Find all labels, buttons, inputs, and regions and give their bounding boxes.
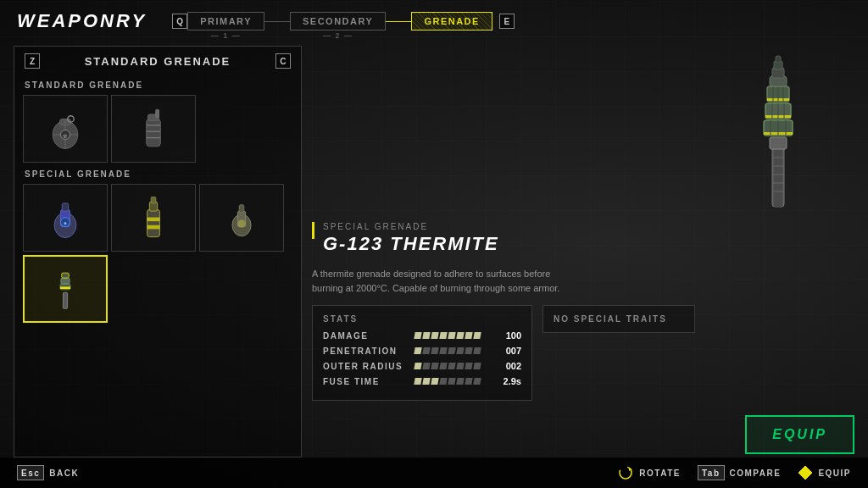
list-item[interactable]: ● — [23, 184, 108, 252]
footer-rotate-label: ROTATE — [639, 469, 681, 478]
equip-button[interactable]: EQUIP — [745, 415, 854, 454]
list-item[interactable] — [199, 184, 284, 252]
svg-rect-30 — [62, 273, 70, 278]
stat-bar-damage — [415, 332, 481, 339]
stat-pip — [465, 332, 472, 339]
tab-primary[interactable]: PRIMARY — 1 — — [187, 12, 264, 30]
svg-rect-33 — [774, 147, 782, 207]
list-item[interactable] — [111, 184, 196, 252]
accent-line — [312, 222, 314, 239]
stat-pip — [431, 332, 438, 339]
svg-rect-17 — [62, 203, 68, 211]
stat-pip — [465, 378, 472, 385]
left-panel: Z STANDARD GRENADE C STANDARD GRENADE — [14, 46, 302, 458]
nav-tabs: Q PRIMARY — 1 — SECONDARY — 2 — GRENADE — [172, 12, 851, 30]
key-esc: Esc — [17, 465, 44, 480]
svg-text:●: ● — [64, 219, 67, 227]
footer-back-label: BACK — [49, 469, 79, 478]
stat-pip — [439, 332, 447, 339]
header: WEAPONRY Q PRIMARY — 1 — SECONDARY — 2 — — [0, 0, 868, 39]
stat-row-fuse-time: FUSE TIME — [323, 376, 521, 386]
stat-pip — [414, 378, 421, 385]
standard-grenade-grid: ☢ — [21, 93, 294, 164]
stat-value-damage: 100 — [487, 330, 521, 341]
thermite-3d-icon — [740, 46, 816, 215]
stat-pip — [473, 332, 481, 339]
grenade-icon-thermite-small — [44, 263, 86, 314]
grenade-icon-1: ☢ — [44, 103, 86, 154]
svg-rect-7 — [147, 119, 161, 146]
item-preview — [312, 46, 854, 215]
svg-rect-25 — [239, 205, 244, 213]
stat-name-penetration: PENETRATION — [323, 347, 408, 356]
grenade-icon-2 — [132, 103, 175, 154]
svg-rect-27 — [63, 292, 67, 308]
footer: Esc BACK ROTATE Tab COMPARE EQUIP — [0, 458, 868, 488]
list-item[interactable]: ☢ — [23, 95, 108, 163]
tab-grenade[interactable]: GRENADE — 3 — — [411, 12, 492, 30]
stat-pip — [439, 363, 447, 369]
special-grenade-grid: ● — [21, 182, 294, 324]
svg-rect-31 — [60, 286, 70, 289]
stat-pip — [422, 378, 430, 385]
stat-pip — [422, 363, 430, 369]
stat-pip — [456, 378, 464, 385]
list-item[interactable] — [23, 255, 108, 323]
stat-pip — [456, 347, 464, 354]
tab-secondary[interactable]: SECONDARY — 2 — — [290, 12, 386, 30]
stat-name-damage: DAMAGE — [323, 331, 408, 341]
stat-value-fuse-time: 2.9s — [487, 376, 521, 386]
key-e: E — [499, 14, 515, 29]
stat-pip — [465, 347, 472, 354]
equip-icon — [798, 465, 813, 480]
tab-connector-2 — [386, 21, 411, 22]
item-description: A thermite grenade designed to adhere to… — [312, 267, 566, 295]
key-c: C — [275, 53, 291, 69]
svg-rect-39 — [770, 137, 787, 149]
stat-pip — [414, 363, 421, 369]
equip-button-container: EQUIP — [312, 408, 854, 458]
stat-row-damage: DAMAGE — [323, 330, 521, 341]
item-info: SPECIAL GRENADE G-123 THERMITE — [323, 222, 499, 262]
svg-rect-9 — [156, 109, 159, 117]
stat-row-outer-radius: OUTER RADIUS — [323, 361, 521, 371]
key-tab: Tab — [698, 465, 725, 480]
stat-pip — [465, 363, 472, 369]
stat-name-fuse-time: FUSE TIME — [323, 377, 408, 386]
item-header-row: SPECIAL GRENADE G-123 THERMITE — [312, 222, 854, 262]
stat-name-outer-radius: OUTER RADIUS — [323, 362, 408, 371]
grenade-icon-sp1: ● — [44, 192, 86, 243]
item-category: SPECIAL GRENADE — [323, 222, 499, 231]
stats-section: STATS DAMAGE — [312, 305, 532, 401]
footer-equip-label: EQUIP — [818, 469, 851, 478]
stat-pip — [414, 347, 421, 354]
footer-compare-label: COMPARE — [730, 469, 782, 478]
panel-title: STANDARD GRENADE — [85, 55, 231, 68]
stat-pip — [439, 378, 447, 385]
stats-title: STATS — [323, 314, 521, 324]
rotate-icon — [617, 464, 634, 481]
stat-bar-fuse-time — [415, 378, 481, 385]
key-z: Z — [25, 53, 40, 69]
panel-header: Z STANDARD GRENADE C — [21, 53, 294, 69]
stat-pip — [473, 378, 481, 385]
section-label-special: SPECIAL GRENADE — [25, 169, 291, 179]
grenade-icon-sp3 — [220, 192, 263, 243]
main-content: WEAPONRY Q PRIMARY — 1 — SECONDARY — 2 — — [0, 0, 868, 488]
stat-pip — [448, 363, 455, 369]
footer-back: Esc BACK — [17, 465, 79, 480]
svg-rect-58 — [776, 56, 781, 63]
list-item[interactable] — [111, 95, 196, 163]
footer-equip: EQUIP — [798, 465, 851, 480]
stat-pip — [422, 347, 430, 354]
svg-text:☢: ☢ — [64, 133, 68, 139]
grenade-icon-sp2 — [132, 192, 175, 243]
section-label-standard: STANDARD GRENADE — [25, 80, 291, 90]
stat-pip — [473, 347, 481, 354]
stat-pip — [448, 378, 455, 385]
stat-pip — [431, 347, 438, 354]
item-details: SPECIAL GRENADE G-123 THERMITE A thermit… — [312, 222, 854, 402]
stat-pip — [422, 332, 430, 339]
details-row: STATS DAMAGE — [312, 305, 854, 401]
traits-section: NO SPECIAL TRAITS — [542, 305, 695, 333]
